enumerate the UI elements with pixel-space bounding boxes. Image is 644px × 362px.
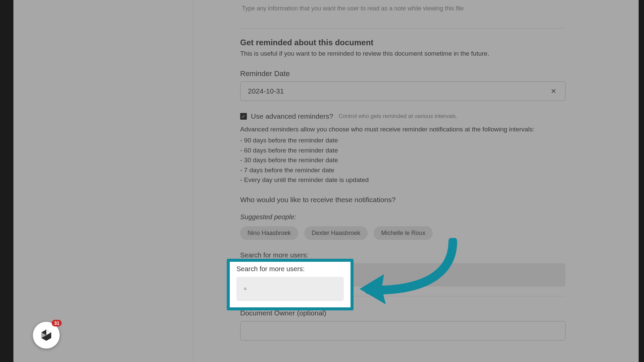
suggested-person-chip[interactable]: Nino Haasbroek: [240, 226, 298, 240]
clear-date-icon[interactable]: ✕: [549, 87, 558, 95]
tutorial-highlight-box: Search for more users:: [227, 259, 354, 310]
document-owner-input[interactable]: [240, 321, 566, 341]
search-users-field[interactable]: [236, 277, 344, 301]
svg-point-2: [244, 288, 246, 290]
suggested-person-chip[interactable]: Michelle le Roux: [374, 226, 433, 240]
interval-line: - Every day until the reminder date is u…: [240, 175, 566, 185]
interval-line: - 60 days before the reminder date: [240, 145, 566, 155]
search-users-label: Search for more users:: [236, 265, 344, 273]
reminder-heading: Get reminded about this document: [240, 38, 566, 47]
suggested-people-label: Suggested people:: [240, 213, 566, 221]
svg-line-3: [246, 289, 247, 290]
reminder-date-label: Reminder Date: [240, 69, 566, 78]
reminder-subtext: This is useful if you want to be reminde…: [240, 50, 566, 57]
advanced-reminders-hint: Control who gets reminded at various int…: [338, 113, 457, 120]
advanced-intro-text: Advanced reminders allow you choose who …: [240, 124, 566, 134]
reminder-date-input[interactable]: [248, 87, 549, 95]
notes-placeholder[interactable]: Type any information that you want the u…: [240, 5, 566, 12]
advanced-reminders-checkbox[interactable]: ✓: [240, 113, 247, 120]
help-widget-logo-icon: [39, 328, 53, 342]
suggested-people-chips: Nino Haasbroek Dexter Haasbroek Michelle…: [240, 226, 566, 240]
search-icon: [244, 284, 247, 294]
suggested-person-chip[interactable]: Dexter Haasbroek: [304, 226, 368, 240]
divider: [240, 28, 566, 28]
interval-line: - 7 days before the reminder date: [240, 165, 566, 175]
who-notify-label: Who would you like to receive these noti…: [240, 196, 566, 204]
help-widget-badge: 31: [52, 320, 62, 326]
search-users-label: Search for more users:: [240, 251, 566, 259]
interval-line: - 90 days before the reminder date: [240, 135, 566, 145]
reminder-date-field[interactable]: ✕: [240, 81, 566, 101]
search-users-input[interactable]: [252, 285, 336, 293]
advanced-reminders-label: Use advanced reminders?: [251, 112, 333, 120]
interval-line: - 30 days before the reminder date: [240, 155, 566, 165]
help-widget-button[interactable]: 31: [33, 322, 60, 349]
